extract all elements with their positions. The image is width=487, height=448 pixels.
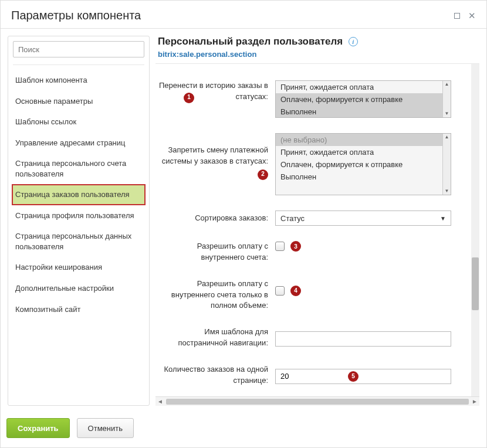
page-title: Персональный раздел пользователя — [158, 36, 343, 47]
ms-option[interactable]: Оплачен, формируется к отправке — [276, 158, 451, 171]
info-icon[interactable]: i — [349, 37, 358, 46]
close-icon[interactable]: ✕ — [468, 11, 476, 20]
search-wrap — [12, 41, 146, 60]
annotation-marker-4: 4 — [290, 286, 301, 296]
scroll-down-icon[interactable]: ▼ — [445, 189, 449, 194]
ms-option[interactable]: Выполнен — [276, 106, 451, 118]
chevron-down-icon: ▼ — [440, 215, 446, 222]
main-body: Перенести в историю заказы в статусах: 1… — [155, 63, 479, 396]
param-label: Разрешить оплату с внутреннего счета тол… — [158, 279, 275, 312]
history-status-multiselect[interactable]: Принят, ожидается оплата Оплачен, формир… — [275, 80, 451, 118]
label-text: Количество заказов на одной странице: — [164, 365, 268, 385]
param-label: Имя шаблона для постраничной навигации: — [158, 327, 275, 349]
param-label: Сортировка заказов: — [158, 211, 275, 224]
ms-option[interactable]: Принят, ожидается оплата — [276, 81, 451, 93]
param-control: 4 — [275, 279, 466, 296]
label-text: Перенести в историю заказы в статусах: — [159, 81, 268, 101]
label-text: Сортировка заказов: — [195, 213, 268, 222]
param-row-history-status: Перенести в историю заказы в статусах: 1… — [158, 80, 466, 118]
scroll-right-icon[interactable]: ► — [470, 398, 479, 405]
dialog-body: Шаблон компонента Основные параметры Шаб… — [1, 29, 486, 410]
maximize-icon[interactable] — [454, 13, 460, 19]
sidebar-item-additional[interactable]: Дополнительные настройки — [12, 278, 146, 299]
annotation-marker-5: 5 — [348, 371, 359, 382]
param-row-allow-inner-pay: Разрешить оплату с внутреннего счета: 3 — [158, 241, 466, 263]
main-panel: Персональный раздел пользователя i bitri… — [155, 36, 479, 406]
sidebar-item-template[interactable]: Шаблон компонента — [12, 70, 146, 91]
per-page-wrap: 5 — [275, 369, 451, 384]
param-row-sort-orders: Сортировка заказов: Статус ▼ — [158, 211, 466, 226]
param-row-per-page: Количество заказов на одной странице: 5 — [158, 364, 466, 386]
vertical-scrollbar[interactable] — [471, 64, 479, 396]
sidebar-list: Шаблон компонента Основные параметры Шаб… — [12, 70, 146, 320]
component-params-dialog: Параметры компонента ✕ Шаблон компонента… — [0, 0, 487, 448]
sidebar-item-link-templates[interactable]: Шаблоны ссылок — [12, 111, 146, 133]
sidebar-item-account-page[interactable]: Страница персонального счета пользовател… — [12, 153, 146, 184]
ms-option[interactable]: Оплачен, формируется к отправке — [276, 93, 451, 106]
param-label: Количество заказов на одной странице: — [158, 364, 275, 386]
param-control: Принят, ожидается оплата Оплачен, формир… — [275, 80, 466, 118]
scroll-up-icon[interactable]: ▲ — [445, 82, 449, 87]
param-control: (не выбрано) Принят, ожидается оплата Оп… — [275, 133, 466, 195]
dialog-titlebar: Параметры компонента ✕ — [1, 1, 486, 28]
param-row-allow-inner-full: Разрешить оплату с внутреннего счета тол… — [158, 279, 466, 312]
param-control: Статус ▼ — [275, 211, 466, 226]
scroll-up-icon[interactable]: ▲ — [445, 135, 449, 140]
params-scroll-area[interactable]: Перенести в историю заказы в статусах: 1… — [155, 64, 479, 396]
label-text: Разрешить оплату с внутреннего счета тол… — [171, 279, 268, 310]
param-label: Перенести в историю заказы в статусах: 1 — [158, 80, 275, 103]
per-page-input[interactable] — [275, 369, 451, 384]
divider — [13, 65, 144, 65]
label-text: Разрешить оплату с внутреннего счета: — [197, 242, 268, 262]
select-value: Статус — [280, 214, 305, 223]
component-code: bitrix:sale.personal.section — [158, 50, 477, 59]
sidebar-item-composite[interactable]: Композитный сайт — [12, 299, 146, 320]
label-text: Имя шаблона для постраничной навигации: — [178, 327, 268, 347]
sidebar: Шаблон компонента Основные параметры Шаб… — [8, 36, 150, 406]
horizontal-scrollbar[interactable]: ◄ ► — [155, 396, 479, 406]
restrict-paysys-multiselect[interactable]: (не выбрано) Принят, ожидается оплата Оп… — [275, 133, 451, 195]
sidebar-item-cache[interactable]: Настройки кеширования — [12, 257, 146, 278]
scrollbar[interactable]: ▲ ▼ — [442, 134, 451, 195]
allow-inner-pay-checkbox[interactable] — [275, 242, 285, 251]
nav-template-input[interactable] — [275, 331, 451, 347]
sidebar-item-profile-page[interactable]: Страница профиля пользователя — [12, 205, 146, 226]
annotation-marker-2: 2 — [258, 169, 268, 180]
param-control: 5 — [275, 364, 466, 384]
sidebar-item-orders-page[interactable]: Страница заказов пользователя — [12, 184, 146, 205]
scroll-left-icon[interactable]: ◄ — [155, 398, 165, 405]
sidebar-item-personal-data[interactable]: Страница персональных данных пользовател… — [12, 226, 146, 257]
label-text: Запретить смену платежной системы у зака… — [162, 145, 268, 165]
param-label: Разрешить оплату с внутреннего счета: — [158, 241, 275, 263]
scroll-down-icon[interactable]: ▼ — [445, 111, 449, 116]
ms-option[interactable]: Принят, ожидается оплата — [276, 146, 451, 158]
horizontal-scrollbar-thumb[interactable] — [166, 399, 469, 405]
param-control: 3 — [275, 241, 466, 252]
ms-option[interactable]: Выполнен — [276, 171, 451, 183]
save-button[interactable]: Сохранить — [6, 418, 70, 438]
param-row-nav-template: Имя шаблона для постраничной навигации: — [158, 327, 466, 349]
sidebar-item-sef[interactable]: Управление адресами страниц — [12, 133, 146, 154]
vertical-scrollbar-thumb[interactable] — [472, 257, 479, 310]
dialog-window-controls: ✕ — [454, 11, 476, 20]
dialog-title: Параметры компонента — [11, 9, 141, 22]
sort-orders-select[interactable]: Статус ▼ — [275, 211, 451, 226]
param-control — [275, 327, 466, 347]
main-header: Персональный раздел пользователя i bitri… — [155, 36, 479, 63]
cancel-button[interactable]: Отменить — [77, 418, 134, 438]
param-row-restrict-paysys: Запретить смену платежной системы у зака… — [158, 133, 466, 195]
sidebar-item-main-params[interactable]: Основные параметры — [12, 91, 146, 112]
dialog-footer: Сохранить Отменить — [1, 410, 486, 447]
scrollbar[interactable]: ▲ ▼ — [442, 81, 451, 117]
annotation-marker-3: 3 — [290, 241, 301, 252]
ms-option[interactable]: (не выбрано) — [276, 134, 451, 146]
allow-inner-full-checkbox[interactable] — [275, 286, 285, 296]
param-label: Запретить смену платежной системы у зака… — [158, 133, 275, 167]
search-input[interactable] — [13, 41, 144, 57]
annotation-marker-1: 1 — [184, 93, 194, 103]
